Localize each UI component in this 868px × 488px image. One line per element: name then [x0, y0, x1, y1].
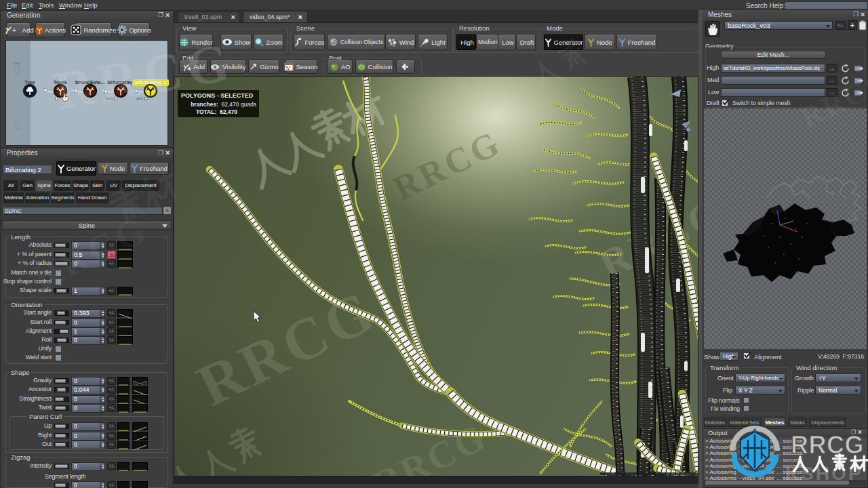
svg-text:RRCG: RRCG — [367, 415, 493, 476]
svg-text:+: + — [187, 65, 191, 72]
svg-text:Fung: Fung — [13, 62, 20, 65]
svg-text:RRCG: RRCG — [387, 123, 507, 208]
svg-text:+: + — [12, 26, 16, 34]
svg-text:RRCG: RRCG — [188, 277, 387, 420]
